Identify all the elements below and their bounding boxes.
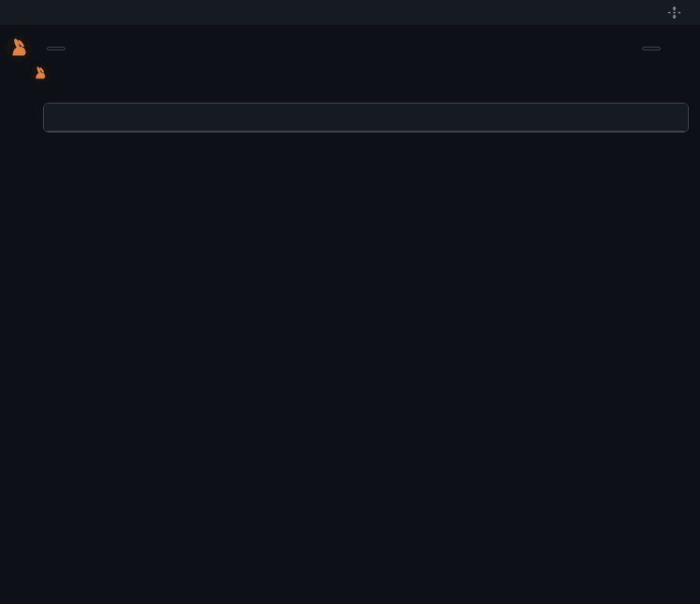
- coderabbit-signature: [31, 64, 700, 83]
- bot-badge: [47, 47, 65, 50]
- suggested-change-title: [44, 104, 688, 132]
- unfold-icon: [667, 6, 681, 20]
- suggested-change-block: [43, 103, 689, 133]
- hide-resolved-button[interactable]: [667, 6, 687, 20]
- coderabbit-signature-avatar[interactable]: [31, 64, 49, 83]
- comment-header-actions: [642, 47, 687, 50]
- review-thread: { "colors": { "pageBg": "#0d1117", "pane…: [0, 0, 700, 604]
- coderabbit-avatar[interactable]: [6, 35, 32, 62]
- file-header: [0, 0, 700, 26]
- comment-header: [0, 26, 700, 62]
- contributor-badge: [642, 47, 661, 50]
